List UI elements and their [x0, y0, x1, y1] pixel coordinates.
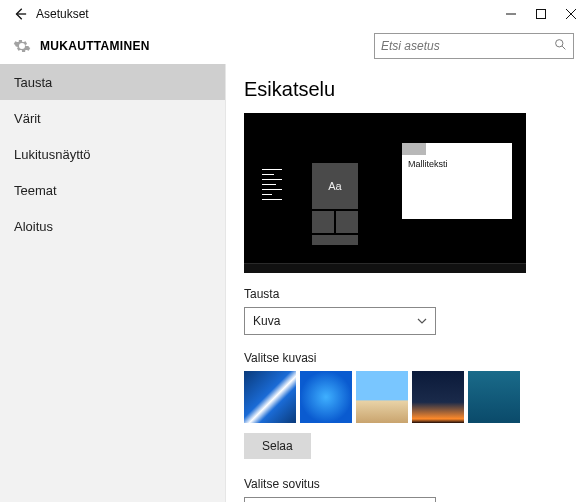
background-label: Tausta	[244, 287, 568, 301]
fit-label: Valitse sovitus	[244, 477, 568, 491]
preview-window-text: Malliteksti	[402, 155, 512, 173]
search-box[interactable]	[374, 33, 574, 59]
maximize-button[interactable]	[526, 0, 556, 28]
image-thumb-4[interactable]	[412, 371, 464, 423]
choose-image-label: Valitse kuvasi	[244, 351, 568, 365]
sidebar-item-label: Teemat	[14, 183, 57, 198]
fit-combo[interactable]: Keskitä	[244, 497, 436, 502]
sidebar: Tausta Värit Lukitusnäyttö Teemat Aloitu…	[0, 64, 226, 502]
section-title: MUKAUTTAMINEN	[40, 39, 150, 53]
sidebar-item-tausta[interactable]: Tausta	[0, 64, 225, 100]
background-combo[interactable]: Kuva	[244, 307, 436, 335]
preview-tile-text: Aa	[312, 163, 358, 209]
sidebar-item-lukitusnaytto[interactable]: Lukitusnäyttö	[0, 136, 225, 172]
main-content: Esikatselu Aa Malliteksti Tausta Kuva Va…	[226, 64, 586, 502]
close-icon	[566, 9, 576, 19]
chevron-down-icon	[417, 316, 427, 326]
image-thumbnails	[244, 371, 568, 423]
browse-label: Selaa	[262, 439, 293, 453]
image-thumb-1[interactable]	[244, 371, 296, 423]
sidebar-item-aloitus[interactable]: Aloitus	[0, 208, 225, 244]
back-arrow-icon	[13, 7, 27, 21]
svg-line-5	[562, 46, 565, 49]
minimize-icon	[506, 9, 516, 19]
sidebar-item-label: Tausta	[14, 75, 52, 90]
gear-icon	[12, 36, 32, 56]
image-thumb-2[interactable]	[300, 371, 352, 423]
back-button[interactable]	[8, 2, 32, 26]
search-icon	[554, 37, 567, 55]
sidebar-item-teemat[interactable]: Teemat	[0, 172, 225, 208]
background-combo-value: Kuva	[253, 314, 280, 328]
search-input[interactable]	[381, 39, 554, 53]
sidebar-item-label: Värit	[14, 111, 41, 126]
sidebar-item-varit[interactable]: Värit	[0, 100, 225, 136]
maximize-icon	[536, 9, 546, 19]
image-thumb-5[interactable]	[468, 371, 520, 423]
image-thumb-3[interactable]	[356, 371, 408, 423]
minimize-button[interactable]	[496, 0, 526, 28]
svg-point-4	[556, 40, 563, 47]
desktop-preview: Aa Malliteksti	[244, 113, 526, 273]
close-button[interactable]	[556, 0, 586, 28]
sidebar-item-label: Lukitusnäyttö	[14, 147, 91, 162]
preview-heading: Esikatselu	[244, 78, 568, 101]
window-title: Asetukset	[36, 7, 496, 21]
svg-rect-1	[537, 10, 546, 19]
sidebar-item-label: Aloitus	[14, 219, 53, 234]
browse-button[interactable]: Selaa	[244, 433, 311, 459]
